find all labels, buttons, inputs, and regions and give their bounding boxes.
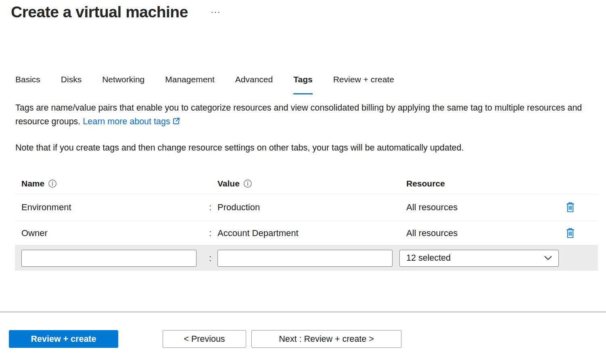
create-vm-page: Create a virtual machine ··· Basics Disk… <box>0 0 606 364</box>
tab-bar: Basics Disks Networking Management Advan… <box>15 75 394 94</box>
tag-resource: All resources <box>399 202 559 213</box>
external-link-icon <box>172 117 180 125</box>
value-header-label: Value <box>217 179 240 188</box>
previous-button[interactable]: < Previous <box>163 330 246 348</box>
colon-separator: : <box>203 228 217 238</box>
resource-select-value: 12 selected <box>406 253 451 263</box>
tags-note: Note that if you create tags and then ch… <box>15 143 597 153</box>
name-header-label: Name <box>21 179 44 188</box>
tags-table: Name Value Resource Environment : Produc… <box>15 174 598 271</box>
tags-description: Tags are name/value pairs that enable yo… <box>15 101 597 128</box>
tag-row-owner: Owner : Account Department All resources <box>15 221 598 245</box>
new-tag-row: : 12 selected <box>15 245 598 271</box>
tab-tags[interactable]: Tags <box>293 75 312 94</box>
tab-basics[interactable]: Basics <box>15 75 40 94</box>
new-tag-name-input[interactable] <box>21 250 196 267</box>
colon-separator: : <box>203 202 217 213</box>
delete-tag-button[interactable] <box>564 201 576 214</box>
trash-icon <box>565 227 576 239</box>
tab-advanced[interactable]: Advanced <box>235 75 273 94</box>
tag-resource: All resources <box>399 228 559 238</box>
more-menu-icon[interactable]: ··· <box>209 6 222 18</box>
chevron-down-icon <box>544 256 552 260</box>
title-bar: Create a virtual machine ··· <box>11 3 222 21</box>
learn-more-link[interactable]: Learn more about tags <box>83 117 180 126</box>
colon-separator: : <box>203 253 217 264</box>
next-button[interactable]: Next : Review + create > <box>251 330 401 348</box>
footer-divider <box>0 312 606 312</box>
value-column-header: Value <box>217 179 399 188</box>
tab-disks[interactable]: Disks <box>61 75 81 94</box>
tag-name: Owner <box>15 228 203 238</box>
name-column-header: Name <box>15 179 203 188</box>
tab-management[interactable]: Management <box>165 75 215 94</box>
resource-select-dropdown[interactable]: 12 selected <box>399 250 559 267</box>
table-header-row: Name Value Resource <box>15 174 598 194</box>
resource-column-header: Resource <box>399 179 559 188</box>
tab-networking[interactable]: Networking <box>102 75 144 94</box>
info-icon[interactable] <box>48 179 57 188</box>
new-tag-value-input[interactable] <box>217 250 393 267</box>
learn-more-link-label: Learn more about tags <box>83 117 170 126</box>
tag-value: Production <box>217 202 399 213</box>
resource-header-label: Resource <box>406 179 445 188</box>
info-icon[interactable] <box>243 179 252 188</box>
tag-value: Account Department <box>217 228 399 238</box>
tag-name: Environment <box>15 202 203 213</box>
review-create-button[interactable]: Review + create <box>9 330 118 348</box>
page-title: Create a virtual machine <box>11 3 188 21</box>
delete-tag-button[interactable] <box>564 227 576 240</box>
trash-icon <box>565 201 576 213</box>
tab-review-create[interactable]: Review + create <box>333 75 394 94</box>
tag-row-environment: Environment : Production All resources <box>15 194 598 221</box>
